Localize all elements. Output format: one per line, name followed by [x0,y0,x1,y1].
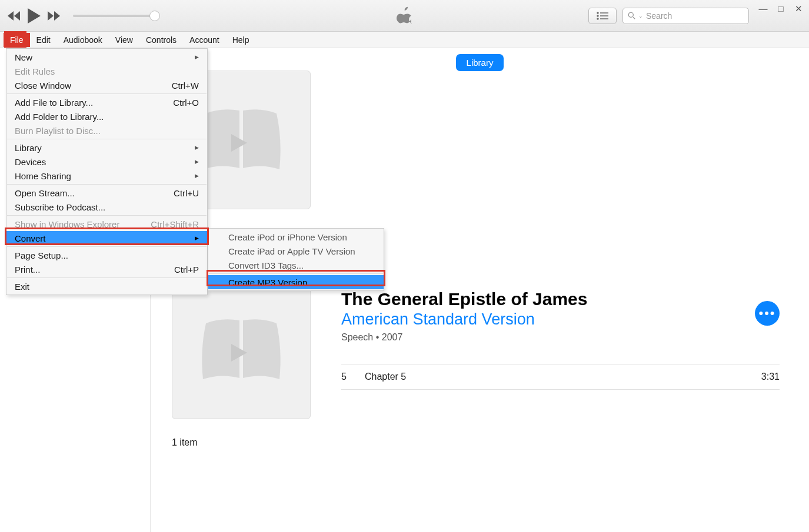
file-menu-add-folder-to-library-[interactable]: Add Folder to Library... [6,109,207,123]
view-list-button[interactable] [588,8,617,24]
file-menu-highlight-box [4,31,26,48]
album-title: The General Epistle of James [341,289,780,309]
file-menu-subscribe-to-podcast-[interactable]: Subscribe to Podcast... [6,200,207,214]
chevron-down-icon: ⌄ [638,13,643,19]
file-menu-page-setup-[interactable]: Page Setup... [6,248,207,262]
chevron-right-icon: ▶ [195,173,199,179]
detail-album-art [172,280,311,419]
menu-help[interactable]: Help [226,33,256,47]
file-menu-library[interactable]: Library▶ [6,140,207,155]
file-menu-open-stream-[interactable]: Open Stream...Ctrl+U [6,186,207,200]
svg-point-6 [628,12,633,17]
menu-account[interactable]: Account [183,33,226,47]
more-options-button[interactable]: ••• [755,301,780,326]
track-number: 5 [341,372,365,382]
file-menu-add-file-to-library-[interactable]: Add File to Library...Ctrl+O [6,95,207,109]
chevron-right-icon: ▶ [195,54,199,60]
track-duration: 3:31 [744,372,780,382]
search-input[interactable]: ⌄ Search [622,8,749,24]
close-button[interactable]: ✕ [794,4,803,14]
search-placeholder: Search [646,11,672,21]
album-meta: Speech • 2007 [341,332,780,343]
create-mp3-highlight-box [207,270,385,286]
apple-logo-icon [397,5,413,26]
svg-point-4 [597,15,598,16]
file-dropdown-menu: New▶Edit RulesClose WindowCtrl+WAdd File… [6,48,208,295]
menu-edit[interactable]: Edit [30,33,57,47]
svg-point-5 [597,18,598,19]
minimize-button[interactable]: — [758,4,768,14]
tab-library[interactable]: Library [456,54,504,71]
file-menu-home-sharing[interactable]: Home Sharing▶ [6,169,207,183]
volume-knob[interactable] [149,11,160,21]
playback-controls [6,8,62,24]
volume-slider[interactable] [73,15,155,17]
file-menu-close-window[interactable]: Close WindowCtrl+W [6,78,207,92]
menu-controls[interactable]: Controls [139,33,183,47]
menu-view[interactable]: View [109,33,139,47]
file-menu-edit-rules: Edit Rules [6,64,207,78]
item-count: 1 item [172,437,198,448]
detail-info: The General Epistle of James American St… [341,289,780,390]
menu-audiobook[interactable]: Audiobook [57,33,109,47]
convert-menu-create-ipad-or-apple-tv-version[interactable]: Create iPad or Apple TV Version [208,244,384,258]
convert-highlight-box [5,227,209,245]
menubar: FileEditAudiobookViewControlsAccountHelp [0,32,809,48]
chevron-right-icon: ▶ [195,159,199,165]
album-artist[interactable]: American Standard Version [341,310,780,329]
convert-menu-create-ipod-or-iphone-version[interactable]: Create iPod or iPhone Version [208,230,384,244]
track-row[interactable]: 5 Chapter 5 3:31 [341,364,780,390]
chevron-right-icon: ▶ [195,145,199,150]
window-controls: — □ ✕ [758,4,803,14]
titlebar: ⌄ Search — □ ✕ [0,0,809,32]
next-button[interactable] [46,8,62,24]
file-menu-print-[interactable]: Print...Ctrl+P [6,262,207,276]
maximize-button[interactable]: □ [776,4,785,14]
svg-line-7 [633,17,635,19]
file-menu-burn-playlist-to-disc-: Burn Playlist to Disc... [6,123,207,138]
file-menu-new[interactable]: New▶ [6,50,207,64]
track-name: Chapter 5 [365,372,744,382]
previous-button[interactable] [6,8,22,24]
file-menu-devices[interactable]: Devices▶ [6,155,207,169]
svg-point-3 [597,12,598,14]
file-menu-exit[interactable]: Exit [6,279,207,293]
play-button[interactable] [26,8,42,24]
